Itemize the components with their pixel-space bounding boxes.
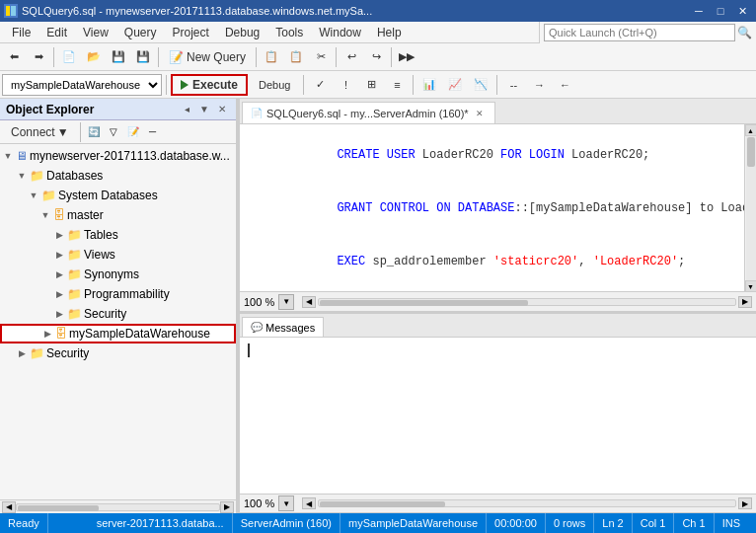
execute-button[interactable]: Execute xyxy=(171,74,248,96)
status-db: mySampleDataWarehouse xyxy=(340,513,487,533)
oe-collapse-button[interactable]: ─ xyxy=(144,123,162,141)
quick-launch-input[interactable] xyxy=(544,24,735,41)
check-syntax-button[interactable]: ✓ xyxy=(308,73,332,97)
parse-button[interactable]: ! xyxy=(334,73,357,97)
query-tab-icon: 📄 xyxy=(251,108,263,118)
keyword-grant: GRANT xyxy=(337,201,379,215)
save-button[interactable]: 💾 xyxy=(107,45,130,69)
menu-tools[interactable]: Tools xyxy=(267,22,311,42)
oe-hscrollbar[interactable]: ◀ ▶ xyxy=(0,499,236,513)
save-all-button[interactable]: 💾 xyxy=(131,45,155,69)
object-explorer-title: Object Explorer xyxy=(6,103,94,116)
results-to-grid-button[interactable]: ⊞ xyxy=(359,73,383,97)
debug-button[interactable]: Debug xyxy=(250,73,299,97)
results-zoom-row: 100 % ▼ ◀ ▶ xyxy=(240,494,756,513)
expand-databases-icon: ▼ xyxy=(16,170,28,182)
menu-query[interactable]: Query xyxy=(116,22,165,42)
indent-button[interactable]: → xyxy=(527,73,551,97)
tree-server[interactable]: ▼ 🖥 mynewserver-20171113.database.w... xyxy=(0,146,236,166)
menu-file[interactable]: File xyxy=(4,22,38,42)
maximize-button[interactable]: □ xyxy=(711,2,730,20)
forward-button[interactable]: ➡ xyxy=(27,45,50,69)
comment-button[interactable]: -- xyxy=(501,73,525,97)
status-login: ServerAdmin (160) xyxy=(233,513,340,533)
show-plan-button[interactable]: 📊 xyxy=(417,73,441,97)
menu-debug[interactable]: Debug xyxy=(217,22,267,42)
synonyms-label: Synonyms xyxy=(84,267,139,281)
tree-tables[interactable]: ▶ 📁 Tables xyxy=(0,225,236,245)
new-query-button[interactable]: 📝 New Query xyxy=(162,45,253,69)
editor-vscrollbar[interactable]: ▲ ▼ xyxy=(744,124,756,292)
svg-rect-0 xyxy=(6,6,10,16)
tree-databases[interactable]: ▼ 📁 Databases xyxy=(0,166,236,186)
menu-window[interactable]: Window xyxy=(311,22,369,42)
results-tab-messages[interactable]: 💬 Messages xyxy=(242,317,324,337)
vscroll-track[interactable] xyxy=(746,136,756,280)
paste-button[interactable]: 📋 xyxy=(284,45,308,69)
new-file-button[interactable]: 📄 xyxy=(57,45,81,69)
tree-master-security[interactable]: ▶ 📁 Security xyxy=(0,304,236,324)
oe-scroll-left[interactable]: ◀ xyxy=(2,501,16,513)
editor-scroll-right[interactable]: ▶ xyxy=(738,296,752,308)
more-button[interactable]: ▶▶ xyxy=(395,45,418,69)
keyword-for: FOR LOGIN xyxy=(500,148,571,162)
tree-synonyms[interactable]: ▶ 📁 Synonyms xyxy=(0,265,236,284)
query-tab-0[interactable]: 📄 SQLQuery6.sql - my...ServerAdmin (160)… xyxy=(242,102,495,123)
menu-project[interactable]: Project xyxy=(165,22,217,42)
results-scroll-left[interactable]: ◀ xyxy=(302,497,316,509)
close-button[interactable]: ✕ xyxy=(732,2,752,20)
copy-button[interactable]: 📋 xyxy=(260,45,283,69)
results-to-text-button[interactable]: ≡ xyxy=(385,73,409,97)
expand-master-security-icon: ▶ xyxy=(53,308,65,320)
mysample-db-label: mySampleDataWarehouse xyxy=(69,327,210,341)
client-stats-button[interactable]: 📉 xyxy=(469,73,492,97)
tree-system-databases[interactable]: ▼ 📁 System Databases xyxy=(0,186,236,205)
new-query-icon: 📝 xyxy=(169,50,184,64)
master-label: master xyxy=(67,208,104,222)
text-grant: ::[mySampleDataWarehouse] to LoaderRC20; xyxy=(514,201,744,215)
redo-button[interactable]: ↪ xyxy=(364,45,388,69)
oe-filter-button[interactable]: ▽ xyxy=(105,123,122,141)
results-zoom-dropdown[interactable]: ▼ xyxy=(278,495,294,511)
oe-new-query-button[interactable]: 📝 xyxy=(124,123,142,141)
database-dropdown[interactable]: mySampleDataWarehouse xyxy=(2,74,162,96)
back-button[interactable]: ⬅ xyxy=(2,45,26,69)
results-content[interactable] xyxy=(240,338,756,494)
menu-edit[interactable]: Edit xyxy=(38,22,75,42)
minimize-button[interactable]: ─ xyxy=(689,2,709,20)
menu-help[interactable]: Help xyxy=(369,22,410,42)
query-tab-close[interactable]: ✕ xyxy=(473,107,487,120)
editor-zoom-dropdown[interactable]: ▼ xyxy=(278,294,294,310)
oe-scroll-right[interactable]: ▶ xyxy=(220,501,234,513)
oe-menu-button[interactable]: ▼ xyxy=(196,102,212,117)
undo-button[interactable]: ↩ xyxy=(340,45,363,69)
results-scroll-right[interactable]: ▶ xyxy=(738,497,752,509)
tree-views[interactable]: ▶ 📁 Views xyxy=(0,245,236,265)
tree-master-db[interactable]: ▼ 🗄 master xyxy=(0,205,236,225)
tree-mysample-db[interactable]: ▶ 🗄 mySampleDataWarehouse xyxy=(0,324,236,343)
oe-close-button[interactable]: ✕ xyxy=(214,102,230,117)
vscroll-down-btn[interactable]: ▼ xyxy=(745,280,757,292)
window-title: SQLQuery6.sql - mynewserver-20171113.dat… xyxy=(22,5,372,17)
sql-editor[interactable]: CREATE USER LoaderRC20 FOR LOGIN LoaderR… xyxy=(240,124,744,292)
query-panel: 📄 SQLQuery6.sql - my...ServerAdmin (160)… xyxy=(240,99,756,513)
vscroll-up-btn[interactable]: ▲ xyxy=(745,124,757,136)
editor-scroll-left[interactable]: ◀ xyxy=(302,296,316,308)
master-db-icon: 🗄 xyxy=(53,208,65,222)
live-stats-button[interactable]: 📈 xyxy=(443,73,467,97)
status-server: server-20171113.databa... xyxy=(89,513,233,533)
outdent-button[interactable]: ← xyxy=(553,73,576,97)
oe-pin-button[interactable]: ◂ xyxy=(179,102,194,117)
oe-refresh-button[interactable]: 🔄 xyxy=(85,123,103,141)
cut-button[interactable]: ✂ xyxy=(309,45,333,69)
svg-rect-1 xyxy=(11,6,16,16)
tree-root-security[interactable]: ▶ 📁 Security xyxy=(0,343,236,363)
tree-programmability[interactable]: ▶ 📁 Programmability xyxy=(0,284,236,304)
open-button[interactable]: 📂 xyxy=(82,45,106,69)
query-tab-bar: 📄 SQLQuery6.sql - my...ServerAdmin (160)… xyxy=(240,99,756,124)
views-label: Views xyxy=(84,248,115,262)
connect-button[interactable]: Connect ▼ xyxy=(4,122,76,142)
menu-view[interactable]: View xyxy=(75,22,116,42)
expand-system-db-icon: ▼ xyxy=(28,190,39,201)
execute-label: Execute xyxy=(192,78,238,92)
